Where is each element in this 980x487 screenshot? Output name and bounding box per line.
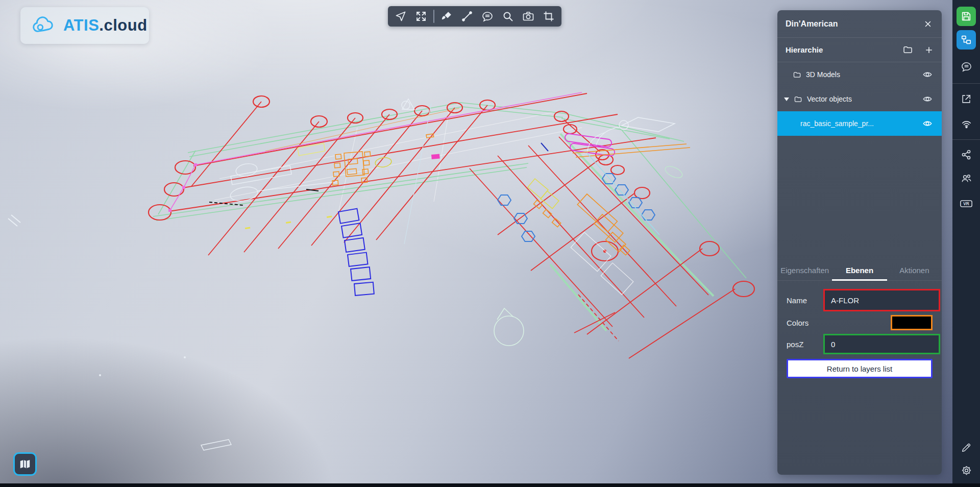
panel-close-button[interactable] bbox=[922, 18, 934, 30]
name-row: Name bbox=[787, 289, 933, 311]
cloud-logo-icon bbox=[29, 15, 58, 36]
hierarchy-panel-button[interactable] bbox=[957, 30, 976, 50]
users-button[interactable] bbox=[957, 168, 976, 188]
name-label: Name bbox=[787, 296, 823, 305]
wifi-icon bbox=[961, 118, 972, 130]
close-icon bbox=[923, 19, 933, 29]
colors-row: Colors bbox=[787, 315, 933, 330]
camera-icon bbox=[522, 10, 534, 22]
connection-status-button[interactable] bbox=[957, 114, 976, 133]
edit-button[interactable] bbox=[957, 438, 976, 457]
visibility-toggle[interactable] bbox=[921, 68, 934, 81]
rail-divider bbox=[952, 139, 980, 140]
crop-tool-button[interactable] bbox=[541, 8, 557, 25]
tree-item-label: rac_basic_sample_pr... bbox=[800, 119, 917, 128]
app-name: ATIS.cloud bbox=[63, 16, 148, 35]
rail-divider bbox=[952, 83, 980, 84]
posz-label: posZ bbox=[787, 340, 823, 349]
folder-icon bbox=[902, 44, 913, 55]
comment-icon bbox=[481, 10, 494, 22]
comment-icon bbox=[961, 61, 972, 72]
vr-icon: VR bbox=[960, 198, 973, 209]
visibility-toggle[interactable] bbox=[921, 117, 934, 130]
map-icon bbox=[18, 457, 32, 471]
panel-bottom-spacer bbox=[777, 378, 942, 475]
eye-icon bbox=[922, 69, 933, 80]
comment-tool-button[interactable] bbox=[479, 8, 496, 25]
measure-tool-button[interactable] bbox=[459, 8, 475, 25]
fullscreen-button[interactable] bbox=[413, 8, 429, 25]
colors-label: Colors bbox=[787, 319, 823, 327]
eye-icon bbox=[922, 118, 933, 129]
right-rail: VR bbox=[952, 0, 980, 487]
hierarchy-folder-button[interactable] bbox=[901, 43, 914, 56]
measure-icon bbox=[461, 10, 473, 22]
object-panel: Din'American Hierarchie 3D Models Vector… bbox=[777, 10, 942, 475]
plus-icon bbox=[925, 46, 933, 54]
tree-item-vector-objects[interactable]: Vector objects bbox=[777, 87, 942, 111]
minimap-button[interactable] bbox=[13, 452, 37, 476]
hierarchy-header: Hierarchie bbox=[777, 38, 942, 62]
search-icon bbox=[502, 10, 514, 22]
name-input[interactable] bbox=[823, 289, 940, 311]
app-logo[interactable]: ATIS.cloud bbox=[20, 7, 149, 44]
users-icon bbox=[961, 173, 972, 184]
comments-button[interactable] bbox=[957, 57, 976, 76]
open-external-button[interactable] bbox=[957, 89, 976, 109]
svg-text:VR: VR bbox=[963, 201, 969, 206]
pencil-icon bbox=[961, 442, 972, 453]
caret-down-icon[interactable] bbox=[784, 98, 789, 101]
tree-item-label: 3D Models bbox=[806, 70, 917, 79]
paint-brush-icon bbox=[440, 10, 453, 22]
tab-ebenen[interactable]: Ebenen bbox=[832, 260, 887, 280]
save-button[interactable] bbox=[957, 7, 976, 26]
save-icon bbox=[961, 11, 972, 22]
tree-icon bbox=[961, 34, 972, 45]
share-button[interactable] bbox=[957, 145, 976, 164]
search-tool-button[interactable] bbox=[500, 8, 516, 25]
screenshot-button[interactable] bbox=[520, 8, 536, 25]
tree-item-3d-models[interactable]: 3D Models bbox=[777, 62, 942, 87]
external-link-icon bbox=[961, 93, 972, 105]
color-swatch[interactable] bbox=[891, 315, 933, 330]
toolbar-divider bbox=[433, 10, 434, 23]
share-icon bbox=[961, 149, 972, 160]
panel-spacer bbox=[777, 136, 942, 260]
crop-icon bbox=[543, 10, 555, 22]
paint-tool-button[interactable] bbox=[438, 8, 455, 25]
eye-icon bbox=[922, 94, 933, 104]
folder-icon bbox=[794, 95, 802, 104]
posz-input[interactable] bbox=[823, 334, 940, 354]
tree-item-selected-layer[interactable]: rac_basic_sample_pr... bbox=[777, 111, 942, 136]
vr-mode-button[interactable]: VR bbox=[957, 194, 976, 213]
navigate-tool-button[interactable] bbox=[393, 8, 409, 25]
hierarchy-heading: Hierarchie bbox=[786, 45, 901, 54]
panel-title: Din'American bbox=[786, 19, 838, 29]
viewer-toolbar bbox=[388, 6, 561, 27]
return-to-layers-button[interactable]: Return to layers list bbox=[787, 359, 933, 378]
folder-icon bbox=[793, 70, 801, 79]
posz-row: posZ bbox=[787, 334, 933, 354]
panel-header: Din'American bbox=[777, 10, 942, 38]
settings-button[interactable] bbox=[957, 460, 976, 480]
bottom-border bbox=[0, 483, 980, 487]
hierarchy-add-button[interactable] bbox=[924, 45, 934, 55]
layer-form: Name Colors posZ Return to layers list bbox=[777, 281, 942, 378]
tree-item-label: Vector objects bbox=[807, 95, 917, 103]
gear-icon bbox=[961, 465, 972, 476]
fullscreen-icon bbox=[415, 10, 427, 22]
panel-tabs: Eigenschaften Ebenen Aktionen bbox=[777, 260, 942, 281]
tab-aktionen[interactable]: Aktionen bbox=[887, 260, 942, 280]
tab-eigenschaften[interactable]: Eigenschaften bbox=[777, 260, 832, 280]
visibility-toggle[interactable] bbox=[921, 93, 934, 105]
navigate-icon bbox=[395, 10, 407, 22]
